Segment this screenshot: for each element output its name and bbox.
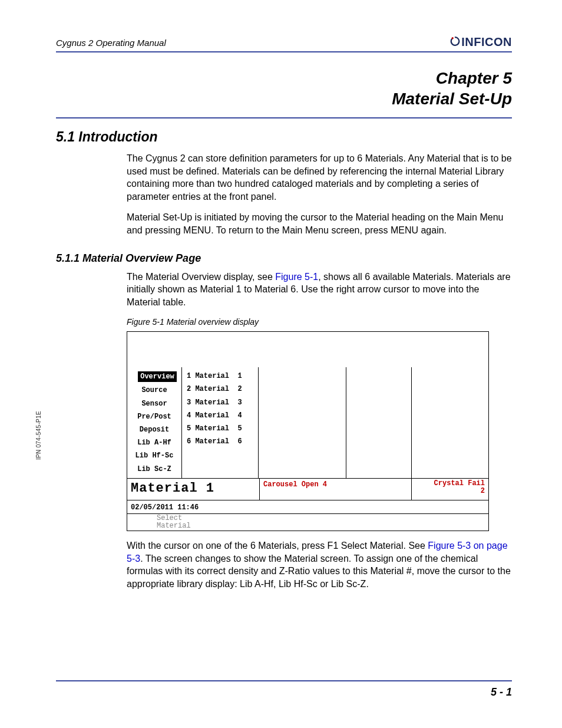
menu-item-sensor[interactable]: Sensor bbox=[127, 397, 181, 410]
text: Crystal Fail bbox=[415, 480, 485, 487]
para-overview-1: The Material Overview display, see Figur… bbox=[127, 271, 512, 309]
material-row[interactable]: 5 Material 5 bbox=[184, 422, 256, 435]
softkey-line[interactable]: Material bbox=[157, 522, 488, 530]
side-ipn-label: IPN 074-545-P1E bbox=[35, 411, 42, 460]
menu-item-prepost[interactable]: Pre/Post bbox=[127, 410, 181, 423]
status-carousel: Carousel Open 4 bbox=[260, 479, 412, 500]
menu-item-source[interactable]: Source bbox=[127, 384, 181, 397]
section-body: The Cygnus 2 can store definition parame… bbox=[127, 152, 512, 237]
material-list-column: 1 Material 1 2 Material 2 3 Material 3 4… bbox=[182, 367, 259, 478]
figure-caption: Figure 5-1 Material overview display bbox=[127, 317, 512, 328]
material-overview-screenshot: Overview Source Sensor Pre/Post Deposit … bbox=[127, 331, 489, 531]
selected-material-label: Material 1 bbox=[127, 479, 260, 500]
chapter-title: Chapter 5 Material Set-Up bbox=[56, 68, 512, 109]
text: The Material Overview display, see bbox=[127, 272, 275, 282]
subsection-body: The Material Overview display, see Figur… bbox=[127, 271, 512, 591]
menu-item-overview[interactable]: Overview bbox=[138, 371, 177, 382]
brand-text: INFICON bbox=[461, 35, 512, 49]
menu-item-lib-hfsc[interactable]: Lib Hf-Sc bbox=[127, 449, 181, 462]
screenshot-grid: Overview Source Sensor Pre/Post Deposit … bbox=[127, 367, 488, 479]
material-row[interactable]: 1 Material 1 bbox=[184, 370, 256, 383]
para-intro-2: Material Set-Up is initiated by moving t… bbox=[127, 211, 512, 236]
menu-item-deposit[interactable]: Deposit bbox=[127, 423, 181, 436]
material-row[interactable]: 3 Material 3 bbox=[184, 396, 256, 409]
material-row[interactable]: 2 Material 2 bbox=[184, 383, 256, 396]
page-footer: 5 - 1 bbox=[56, 680, 512, 699]
para-intro-1: The Cygnus 2 can store definition parame… bbox=[127, 152, 512, 203]
screenshot-status-row: Material 1 Carousel Open 4 Crystal Fail … bbox=[127, 479, 488, 500]
material-row[interactable]: 6 Material 6 bbox=[184, 435, 256, 448]
svg-point-0 bbox=[452, 37, 454, 39]
chapter-line2: Material Set-Up bbox=[56, 88, 512, 109]
blank-column bbox=[259, 367, 346, 478]
inficon-icon bbox=[449, 36, 460, 49]
screenshot-softkey: Select Material bbox=[127, 513, 488, 531]
menu-item-lib-ahf[interactable]: Lib A-Hf bbox=[127, 436, 181, 449]
status-crystal-fail: Crystal Fail 2 bbox=[412, 479, 488, 500]
subsection-heading: 5.1.1 Material Overview Page bbox=[56, 252, 512, 265]
figure-link[interactable]: Figure 5-1 bbox=[275, 272, 318, 282]
para-overview-2: With the cursor on one of the 6 Material… bbox=[127, 539, 512, 590]
menu-column: Overview Source Sensor Pre/Post Deposit … bbox=[127, 367, 182, 478]
section-heading: 5.1 Introduction bbox=[56, 129, 512, 145]
screenshot-datetime: 02/05/2011 11:46 bbox=[127, 500, 488, 513]
material-row[interactable]: 4 Material 4 bbox=[184, 409, 256, 422]
blank-column bbox=[346, 367, 412, 478]
text: . The screen changes to show the Materia… bbox=[127, 554, 511, 589]
blank-column bbox=[412, 367, 488, 478]
doc-title: Cygnus 2 Operating Manual bbox=[56, 38, 166, 48]
page-header: Cygnus 2 Operating Manual INFICON bbox=[56, 35, 512, 52]
page-number: 5 - 1 bbox=[491, 686, 512, 698]
divider bbox=[56, 117, 512, 118]
brand-logo: INFICON bbox=[449, 35, 512, 49]
chapter-line1: Chapter 5 bbox=[56, 68, 512, 88]
text: 2 bbox=[415, 487, 485, 495]
text: With the cursor on one of the 6 Material… bbox=[127, 541, 428, 551]
menu-item-lib-scz[interactable]: Lib Sc-Z bbox=[127, 463, 181, 476]
softkey-line[interactable]: Select bbox=[157, 515, 488, 522]
